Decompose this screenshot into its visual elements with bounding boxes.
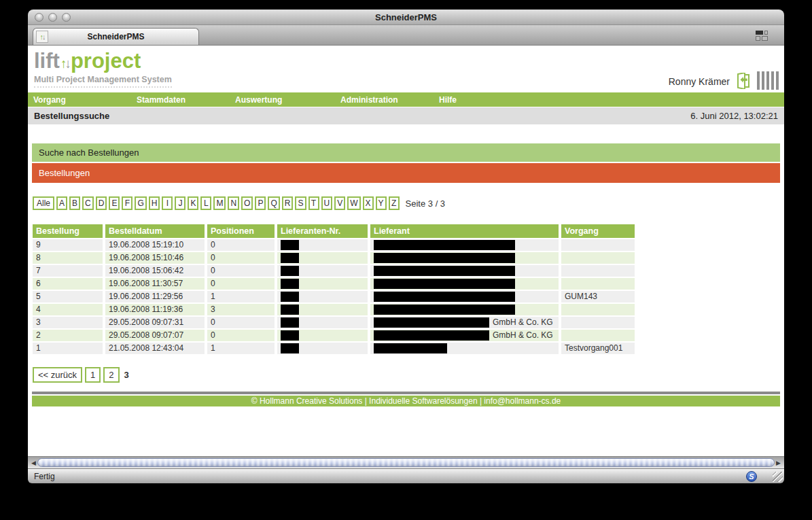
section-search-header[interactable]: Suche nach Bestellungen	[32, 143, 780, 162]
breadcrumb-bar: Bestellungssuche 6. Juni 2012, 13:02:21	[28, 107, 784, 124]
alpha-button-t[interactable]: T	[308, 196, 319, 210]
table-row[interactable]: 519.06.2008 11:29:561GUM143	[33, 291, 637, 302]
user-area: Ronny Krämer	[669, 46, 784, 92]
alpha-button-w[interactable]: W	[347, 196, 360, 210]
alpha-button-o[interactable]: O	[241, 196, 253, 210]
window-title: SchneiderPMS	[28, 12, 784, 22]
column-header-5[interactable]: Vorgang	[561, 224, 635, 238]
section-results-header[interactable]: Bestellungen	[32, 163, 780, 183]
alpha-button-c[interactable]: C	[82, 196, 94, 210]
logo-project-text: project	[71, 49, 141, 73]
redaction-bar	[374, 253, 515, 263]
alpha-button-b[interactable]: B	[69, 196, 80, 210]
pager-page-1[interactable]: 1	[85, 367, 101, 383]
alpha-button-d[interactable]: D	[96, 196, 107, 210]
alpha-button-e[interactable]: E	[109, 196, 120, 210]
column-header-0[interactable]: Bestellung	[33, 224, 103, 238]
table-row[interactable]: 919.06.2008 15:19:100	[33, 239, 637, 251]
orders-table: BestellungBestelldatumPositionenLieferan…	[33, 224, 637, 354]
redaction-bar	[374, 343, 447, 353]
alpha-button-i[interactable]: I	[162, 196, 173, 210]
alpha-button-x[interactable]: X	[363, 196, 374, 210]
alpha-button-alle[interactable]: Alle	[33, 196, 54, 210]
table-row[interactable]: 229.05.2008 09:07:070GmbH & Co. KG	[33, 330, 637, 341]
alpha-button-j[interactable]: J	[175, 196, 186, 210]
table-row[interactable]: 419.06.2008 11:19:363	[33, 304, 637, 315]
nav-item-administration[interactable]: Administration	[335, 95, 434, 105]
table-row[interactable]: 719.06.2008 15:06:420	[33, 265, 637, 277]
shiira-s-badge-icon: S	[746, 471, 757, 482]
alpha-page-indicator: Seite 3 / 3	[406, 198, 446, 209]
alpha-button-p[interactable]: P	[255, 196, 266, 210]
pager-current-page: 3	[124, 370, 129, 380]
cell-lieferanten-nr	[277, 278, 368, 290]
alpha-button-u[interactable]: U	[321, 196, 333, 210]
cell-bestellung: 7	[33, 265, 103, 277]
table-row[interactable]: 121.05.2008 12:43:041Testvorgang001	[33, 343, 637, 354]
cell-lieferanten-nr	[277, 239, 368, 251]
cell-bestellung: 8	[33, 252, 103, 264]
barcode-decoration	[757, 71, 779, 90]
column-header-2[interactable]: Positionen	[207, 224, 275, 238]
alpha-button-v[interactable]: V	[334, 196, 345, 210]
alpha-button-h[interactable]: H	[149, 196, 160, 210]
cell-lieferanten-nr	[277, 291, 368, 302]
redaction-bar	[281, 279, 299, 289]
cell-lieferant: GmbH & Co. KG	[370, 330, 559, 341]
alpha-button-s[interactable]: S	[295, 196, 306, 210]
resize-grip[interactable]	[773, 472, 783, 482]
main-nav: VorgangStammdatenAuswertungAdministratio…	[28, 92, 784, 107]
logout-door-icon[interactable]	[736, 73, 751, 89]
cell-lieferant	[370, 265, 559, 277]
scrollbar-thumb[interactable]	[37, 458, 775, 467]
alpha-button-q[interactable]: Q	[268, 196, 279, 210]
cell-lieferant	[370, 252, 559, 264]
redaction-bar	[281, 292, 299, 302]
nav-item-hilfe[interactable]: Hilfe	[434, 95, 457, 105]
scroll-right-arrow-icon[interactable]: ▶	[775, 460, 782, 466]
column-header-4[interactable]: Lieferant	[370, 224, 559, 238]
lieferant-suffix: GmbH & Co. KG	[493, 317, 553, 328]
column-header-3[interactable]: Lieferanten-Nr.	[277, 224, 368, 238]
alphabet-filter: AlleABCDEFGHIJKLMNOPQRSTUVWXYZSeite 3 / …	[33, 196, 784, 210]
alpha-button-z[interactable]: Z	[389, 196, 400, 210]
cell-lieferant	[370, 239, 559, 251]
tab-schneiderpms[interactable]: ↑↓ SchneiderPMS	[33, 28, 199, 45]
alpha-button-k[interactable]: K	[188, 196, 198, 210]
redaction-bar	[281, 317, 299, 328]
pager-back-button[interactable]: << zurück	[33, 367, 82, 383]
horizontal-scrollbar[interactable]: ◀ ▶	[28, 456, 784, 468]
tab-overview-grid-icon[interactable]	[756, 31, 769, 41]
table-row[interactable]: 819.06.2008 15:10:460	[33, 252, 637, 264]
alpha-button-r[interactable]: R	[282, 196, 294, 210]
table-row[interactable]: 619.06.2008 11:30:570	[33, 278, 637, 290]
cell-lieferant	[370, 304, 559, 315]
cell-bestelldatum: 29.05.2008 09:07:07	[105, 330, 205, 341]
alpha-button-g[interactable]: G	[135, 196, 146, 210]
alpha-button-y[interactable]: Y	[376, 196, 387, 210]
browser-window: SchneiderPMS ↑↓ SchneiderPMS lift↑↓proje…	[28, 10, 784, 483]
alpha-button-a[interactable]: A	[56, 196, 67, 210]
column-header-1[interactable]: Bestelldatum	[105, 224, 205, 238]
scroll-left-arrow-icon[interactable]: ◀	[30, 460, 37, 466]
redaction-bar	[374, 279, 515, 289]
logo-subtitle: Multi Project Management System	[34, 75, 172, 88]
cell-bestellung: 9	[33, 239, 103, 251]
nav-item-auswertung[interactable]: Auswertung	[230, 95, 335, 105]
cell-bestellung: 6	[33, 278, 103, 290]
alpha-button-l[interactable]: L	[200, 196, 211, 210]
cell-lieferanten-nr	[277, 317, 368, 328]
pager-page-2[interactable]: 2	[103, 367, 119, 383]
alpha-button-n[interactable]: N	[228, 196, 239, 210]
alpha-button-f[interactable]: F	[122, 196, 133, 210]
alpha-button-m[interactable]: M	[213, 196, 226, 210]
nav-item-vorgang[interactable]: Vorgang	[28, 95, 131, 105]
cell-bestellung: 5	[33, 291, 103, 302]
nav-item-stammdaten[interactable]: Stammdaten	[131, 95, 230, 105]
cell-positionen: 3	[207, 304, 275, 315]
redaction-bar	[374, 305, 515, 315]
cell-lieferant: GmbH & Co. KG	[370, 317, 559, 328]
table-row[interactable]: 329.05.2008 09:07:310GmbH & Co. KG	[33, 317, 637, 328]
cell-vorgang	[561, 330, 635, 341]
lieferant-suffix: GmbH & Co. KG	[493, 330, 553, 341]
